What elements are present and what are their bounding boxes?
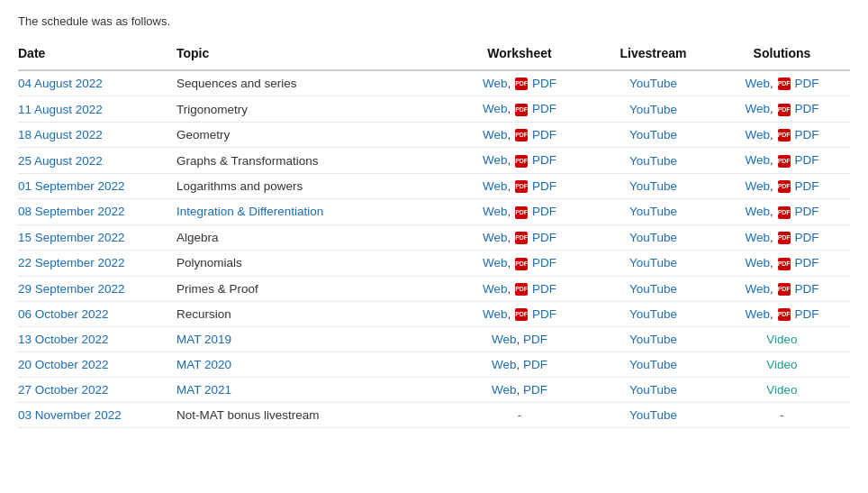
solutions-cell: Video — [721, 378, 850, 403]
worksheet-web-link[interactable]: Web — [483, 307, 508, 321]
solutions-cell: Web, PDF PDF — [721, 122, 850, 147]
youtube-link[interactable]: YouTube — [629, 231, 677, 244]
youtube-link[interactable]: YouTube — [629, 408, 677, 422]
date-link[interactable]: 29 September 2022 — [18, 282, 125, 296]
worksheet-web-link[interactable]: Web — [483, 179, 508, 193]
date-link[interactable]: 03 November 2022 — [18, 408, 122, 422]
solutions-web-link[interactable]: Web — [746, 153, 771, 167]
worksheet-pdf-link[interactable]: PDF — [523, 383, 547, 397]
solutions-pdf-link[interactable]: PDF — [794, 179, 818, 193]
solutions-pdf-link[interactable]: PDF — [794, 205, 818, 218]
worksheet-web-link[interactable]: Web — [483, 128, 508, 142]
youtube-link[interactable]: YouTube — [629, 383, 677, 397]
solutions-pdf-link[interactable]: PDF — [794, 282, 818, 296]
solutions-pdf-link[interactable]: PDF — [794, 231, 818, 244]
solutions-pdf-link[interactable]: PDF — [794, 256, 818, 269]
worksheet-cell: Web, PDF PDF — [454, 122, 592, 147]
video-link[interactable]: Video — [766, 358, 797, 371]
solutions-web-link[interactable]: Web — [746, 256, 771, 269]
pdf-icon: PDF — [515, 283, 528, 296]
worksheet-cell: Web, PDF — [454, 352, 592, 378]
solutions-pdf-link[interactable]: PDF — [794, 153, 818, 167]
solutions-pdf-link[interactable]: PDF — [794, 77, 818, 90]
solutions-pdf-link[interactable]: PDF — [794, 307, 818, 321]
youtube-link[interactable]: YouTube — [629, 282, 677, 296]
youtube-link[interactable]: YouTube — [629, 256, 677, 269]
worksheet-pdf-link[interactable]: PDF — [532, 153, 556, 167]
worksheet-pdf-link[interactable]: PDF — [532, 128, 556, 142]
youtube-link[interactable]: YouTube — [629, 307, 677, 321]
worksheet-pdf-link[interactable]: PDF — [532, 102, 556, 115]
youtube-link[interactable]: YouTube — [629, 154, 677, 168]
date-link[interactable]: 11 August 2022 — [18, 103, 103, 116]
pdf-icon: PDF — [515, 78, 528, 90]
worksheet-web-link[interactable]: Web — [483, 77, 508, 90]
youtube-link[interactable]: YouTube — [629, 128, 677, 142]
date-link[interactable]: 25 August 2022 — [18, 154, 103, 168]
worksheet-pdf-link[interactable]: PDF — [532, 256, 556, 269]
date-link[interactable]: 22 September 2022 — [18, 256, 125, 269]
worksheet-web-link[interactable]: Web — [483, 256, 508, 269]
date-link[interactable]: 15 September 2022 — [18, 231, 125, 244]
solutions-web-link[interactable]: Web — [746, 205, 771, 218]
table-row: 29 September 2022Primes & ProofWeb, PDF … — [18, 276, 850, 301]
solutions-web-link[interactable]: Web — [746, 77, 771, 90]
worksheet-pdf-link[interactable]: PDF — [532, 205, 556, 218]
youtube-link[interactable]: YouTube — [629, 179, 677, 193]
pdf-icon: PDF — [778, 258, 791, 270]
worksheet-web-link[interactable]: Web — [483, 153, 508, 167]
topic-link[interactable]: MAT 2020 — [176, 358, 231, 371]
worksheet-pdf-link[interactable]: PDF — [523, 358, 547, 371]
video-link[interactable]: Video — [766, 333, 797, 346]
topic-link[interactable]: Integration & Differentiation — [176, 205, 323, 218]
worksheet-cell: - — [454, 403, 592, 428]
date-link[interactable]: 18 August 2022 — [18, 128, 103, 142]
topic-link[interactable]: MAT 2021 — [176, 383, 231, 397]
worksheet-web-link[interactable]: Web — [492, 358, 517, 371]
solutions-web-link[interactable]: Web — [746, 179, 771, 193]
livestream-cell: YouTube — [592, 224, 721, 250]
topic-link[interactable]: MAT 2019 — [176, 333, 231, 346]
solutions-cell: Video — [721, 352, 850, 378]
solutions-pdf-link[interactable]: PDF — [794, 128, 818, 142]
youtube-link[interactable]: YouTube — [629, 358, 677, 371]
worksheet-pdf-link[interactable]: PDF — [532, 77, 556, 90]
date-link[interactable]: 27 October 2022 — [18, 383, 109, 397]
solutions-web-link[interactable]: Web — [746, 307, 771, 321]
video-link[interactable]: Video — [766, 383, 797, 397]
table-row: 11 August 2022TrigonometryWeb, PDF PDFYo… — [18, 96, 850, 122]
date-link[interactable]: 01 September 2022 — [18, 179, 125, 193]
youtube-link[interactable]: YouTube — [629, 103, 677, 116]
youtube-link[interactable]: YouTube — [629, 77, 677, 90]
date-link[interactable]: 08 September 2022 — [18, 205, 125, 218]
worksheet-web-link[interactable]: Web — [492, 383, 517, 397]
solutions-pdf-link[interactable]: PDF — [794, 102, 818, 115]
worksheet-cell: Web, PDF PDF — [454, 96, 592, 122]
topic-cell: Not-MAT bonus livestream — [176, 403, 454, 428]
worksheet-pdf-link[interactable]: PDF — [532, 282, 556, 296]
livestream-cell: YouTube — [592, 301, 721, 326]
worksheet-pdf-link[interactable]: PDF — [532, 179, 556, 193]
livestream-cell: YouTube — [592, 352, 721, 378]
worksheet-web-link[interactable]: Web — [483, 231, 508, 244]
solutions-web-link[interactable]: Web — [746, 282, 771, 296]
date-link[interactable]: 06 October 2022 — [18, 307, 109, 321]
worksheet-web-link[interactable]: Web — [483, 102, 508, 115]
solutions-web-link[interactable]: Web — [746, 102, 771, 115]
solutions-web-link[interactable]: Web — [746, 128, 771, 142]
worksheet-web-link[interactable]: Web — [483, 282, 508, 296]
date-link[interactable]: 13 October 2022 — [18, 333, 109, 346]
youtube-link[interactable]: YouTube — [629, 333, 677, 346]
youtube-link[interactable]: YouTube — [629, 205, 677, 218]
worksheet-pdf-link[interactable]: PDF — [532, 307, 556, 321]
solutions-web-link[interactable]: Web — [746, 231, 771, 244]
date-link[interactable]: 20 October 2022 — [18, 358, 109, 371]
topic-cell: Algebra — [176, 224, 454, 250]
pdf-icon: PDF — [515, 129, 528, 142]
worksheet-web-link[interactable]: Web — [483, 205, 508, 218]
solutions-cell: Web, PDF PDF — [721, 70, 850, 96]
worksheet-web-link[interactable]: Web — [492, 333, 517, 346]
worksheet-pdf-link[interactable]: PDF — [532, 231, 556, 244]
date-link[interactable]: 04 August 2022 — [18, 77, 103, 90]
worksheet-pdf-link[interactable]: PDF — [523, 333, 547, 346]
